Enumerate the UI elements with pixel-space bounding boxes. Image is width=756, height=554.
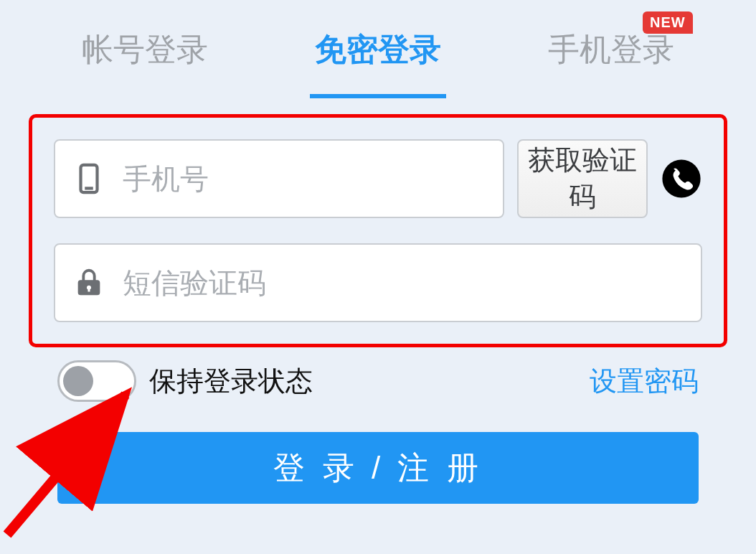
- svg-point-2: [662, 159, 700, 197]
- tab-passwordless-login[interactable]: 免密登录: [308, 14, 448, 85]
- set-password-link[interactable]: 设置密码: [590, 363, 699, 400]
- keep-login-toggle[interactable]: [57, 360, 136, 402]
- tab-mobile-login[interactable]: 手机登录 NEW: [541, 14, 681, 85]
- voice-call-icon[interactable]: [661, 158, 702, 199]
- tab-mobile-label: 手机登录: [548, 32, 674, 67]
- login-register-button[interactable]: 登 录 / 注 册: [57, 432, 699, 504]
- keep-login-option: 保持登录状态: [57, 360, 313, 402]
- get-code-button[interactable]: 获取验证码: [517, 139, 648, 218]
- sms-code-input[interactable]: [123, 267, 684, 299]
- keep-login-label: 保持登录状态: [149, 363, 313, 400]
- phone-input[interactable]: [123, 163, 486, 195]
- phone-input-box[interactable]: [54, 139, 504, 218]
- new-badge: NEW: [643, 11, 693, 34]
- tab-account-login[interactable]: 帐号登录: [75, 14, 215, 85]
- login-tabs: 帐号登录 免密登录 手机登录 NEW: [29, 14, 727, 85]
- lock-icon: [72, 266, 105, 299]
- options-row: 保持登录状态 设置密码: [29, 347, 727, 423]
- phone-icon: [72, 162, 105, 195]
- toggle-knob: [63, 366, 93, 396]
- highlighted-form-area: 获取验证码: [29, 114, 727, 347]
- sms-code-input-box[interactable]: [54, 243, 702, 322]
